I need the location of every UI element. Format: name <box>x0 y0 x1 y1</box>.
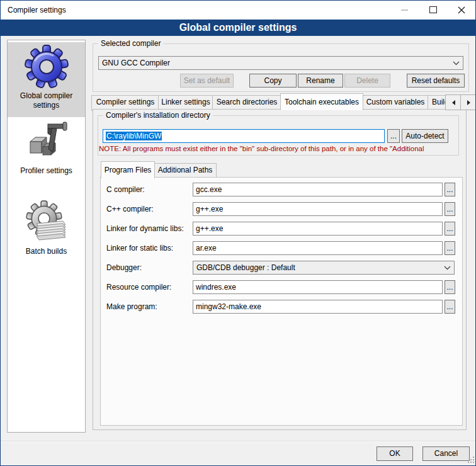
debugger-value: GDB/CDB debugger : Default <box>196 263 444 272</box>
dynamic-linker-label: Linker for dynamic libs: <box>106 224 184 233</box>
resource-compiler-browse-button[interactable]: ... <box>445 280 455 294</box>
static-linker-label: Linker for static libs: <box>106 244 173 253</box>
close-button[interactable] <box>447 1 475 19</box>
sidebar-item-global-compiler-settings[interactable]: Global compiler settings <box>8 42 85 117</box>
debugger-combo[interactable]: GDB/CDB debugger : Default <box>193 261 455 275</box>
copy-button[interactable]: Copy <box>249 74 297 88</box>
reset-defaults-button[interactable]: Reset defaults <box>407 74 465 88</box>
delete-button[interactable]: Delete <box>344 74 390 88</box>
static-linker-browse-button[interactable]: ... <box>445 241 455 255</box>
sidebar-item-profiler-settings[interactable]: Profiler settings <box>8 119 85 185</box>
close-icon <box>458 6 465 14</box>
c-compiler-value: gcc.exe <box>196 185 222 194</box>
install-directory-browse-button[interactable]: ... <box>387 129 400 143</box>
sidebar-item-label: Batch builds <box>8 247 85 256</box>
auto-detect-button[interactable]: Auto-detect <box>402 129 448 143</box>
set-as-default-button[interactable]: Set as default <box>180 74 234 88</box>
tab-program-files-face[interactable]: Program Files <box>101 161 155 178</box>
make-program-value: mingw32-make.exe <box>196 302 261 311</box>
debugger-label: Debugger: <box>106 263 142 272</box>
tab-scroll-left-button[interactable] <box>445 94 462 110</box>
dynamic-linker-input[interactable]: g++.exe <box>193 222 443 236</box>
tab-scroll-left-icon <box>452 100 455 105</box>
bin-directory-note: NOTE: All programs must exist either in … <box>99 145 458 152</box>
tab-scroll-right-icon <box>467 100 470 105</box>
cpp-compiler-browse-button[interactable]: ... <box>445 202 455 216</box>
window-title: Compiler settings <box>8 6 66 14</box>
cpp-compiler-value: g++.exe <box>196 205 223 213</box>
ok-button[interactable]: OK <box>377 446 413 461</box>
make-program-label: Make program: <box>106 302 157 311</box>
cpp-compiler-input[interactable]: g++.exe <box>193 202 443 216</box>
cpp-compiler-label: C++ compiler: <box>106 205 154 213</box>
maximize-icon <box>429 6 437 13</box>
sidebar-item-label: Global compiler settings <box>8 91 85 110</box>
compiler-select[interactable]: GNU GCC Compiler <box>98 56 463 70</box>
chevron-down-icon <box>453 61 460 65</box>
caliper-icon <box>24 119 69 164</box>
resource-compiler-value: windres.exe <box>196 283 236 292</box>
cancel-button[interactable]: Cancel <box>422 446 470 461</box>
install-directory-input[interactable]: C:\raylib\MinGW <box>103 129 385 143</box>
sidebar-item-label: Profiler settings <box>8 166 85 176</box>
dynamic-linker-value: g++.exe <box>196 224 223 233</box>
install-directory-legend: Compiler's installation directory <box>103 111 213 120</box>
maximize-button[interactable] <box>419 1 447 19</box>
selected-compiler-legend: Selected compiler <box>98 39 163 48</box>
make-program-input[interactable]: mingw32-make.exe <box>193 300 443 314</box>
compiler-select-value: GNU GCC Compiler <box>102 59 453 67</box>
title-bar[interactable]: Compiler settings <box>1 1 475 20</box>
minimize-icon <box>401 9 408 11</box>
resize-grip[interactable] <box>468 457 469 458</box>
resource-compiler-label: Resource compiler: <box>106 283 171 292</box>
rename-button[interactable]: Rename <box>298 74 343 88</box>
settings-category-list: Global compiler settings <box>7 40 86 433</box>
resource-compiler-input[interactable]: windres.exe <box>193 280 443 294</box>
static-linker-value: ar.exe <box>196 244 217 253</box>
make-program-browse-button[interactable]: ... <box>445 300 455 314</box>
tab-toolchain-executables-face[interactable]: Toolchain executables <box>280 93 363 110</box>
tab-scroll-right-button[interactable] <box>460 94 476 110</box>
c-compiler-input[interactable]: gcc.exe <box>193 183 443 196</box>
gear-stack-icon <box>24 200 69 245</box>
sidebar-item-batch-builds[interactable]: Batch builds <box>8 200 85 266</box>
c-compiler-label: C compiler: <box>106 185 145 194</box>
c-compiler-browse-button[interactable]: ... <box>445 183 455 196</box>
chevron-down-icon <box>444 266 451 270</box>
static-linker-input[interactable]: ar.exe <box>193 241 443 255</box>
compiler-settings-dialog: Compiler settings Global compiler settin… <box>0 0 476 466</box>
install-directory-value: C:\raylib\MinGW <box>106 132 162 140</box>
dynamic-linker-browse-button[interactable]: ... <box>445 222 455 236</box>
footer-divider <box>1 441 475 441</box>
page-title: Global compiler settings <box>1 20 475 36</box>
blue-gear-icon <box>24 44 69 89</box>
minimize-button[interactable] <box>390 1 419 19</box>
